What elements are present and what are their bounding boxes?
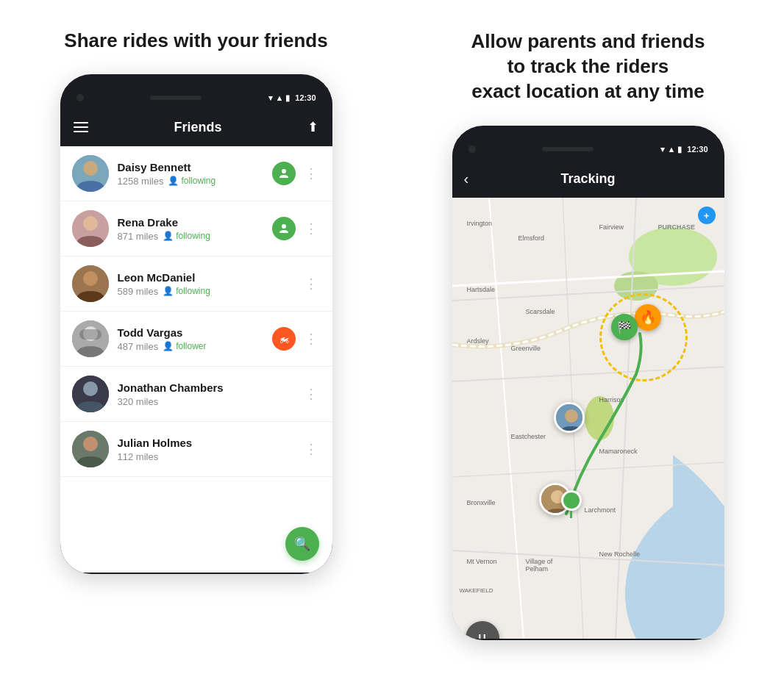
map-label-pelham: Village ofPelham — [526, 558, 553, 573]
signal-icon: ▲ — [275, 93, 283, 102]
friend-actions-rena: ⋮ — [272, 217, 321, 240]
avatar-leon — [72, 265, 109, 302]
friend-info-julian: Julian Holmes 112 miles — [118, 437, 302, 462]
following-icon-leon: 👤 following — [163, 286, 210, 296]
more-menu-julian[interactable]: ⋮ — [302, 438, 321, 460]
map-background — [452, 198, 724, 639]
map-label-hartsdale: Hartsdale — [467, 286, 496, 293]
status-badge-rena — [272, 217, 296, 240]
search-fab[interactable]: 🔍 — [285, 527, 319, 561]
more-menu-leon[interactable]: ⋮ — [302, 273, 321, 295]
friend-item-rena: Rena Drake 871 miles 👤 following ⋮ — [60, 201, 332, 256]
location-pin — [561, 490, 582, 518]
map-label-greenville: Greenville — [511, 345, 541, 352]
friend-name-leon: Leon McDaniel — [118, 271, 302, 284]
left-panel: Share rides with your friends ▾ ▲ ▮ 12:3… — [0, 0, 392, 696]
rider-badge-todd: 🏍 — [272, 327, 296, 351]
svg-point-28 — [565, 409, 578, 423]
phone-tracking: ▾ ▲ ▮ 12:30 ‹ Tracking — [452, 126, 724, 640]
status-time-2: 12:30 — [687, 145, 708, 154]
back-button[interactable]: ‹ — [464, 171, 469, 187]
front-camera-2 — [468, 146, 476, 153]
friend-actions-daisy: ⋮ — [272, 162, 321, 185]
following-icon-daisy: 👤 following — [168, 176, 215, 186]
friend-info-daisy: Daisy Bennett 1258 miles 👤 following — [118, 161, 272, 187]
phone-friends: ▾ ▲ ▮ 12:30 Friends ⬆ — [60, 74, 332, 574]
right-title: Allow parents and friendsto track the ri… — [471, 29, 705, 104]
page-container: Share rides with your friends ▾ ▲ ▮ 12:3… — [0, 0, 784, 696]
wifi-icon: ▾ — [268, 93, 273, 103]
map-label-harrison: Harrison — [599, 396, 624, 403]
map-label-eastchester: Eastchester — [511, 433, 546, 440]
friend-actions-jonathan: ⋮ — [302, 383, 321, 405]
right-panel: Allow parents and friendsto track the ri… — [392, 0, 784, 696]
svg-point-7 — [83, 271, 98, 286]
svg-point-12 — [83, 381, 98, 396]
map-label-fairview: Fairview — [599, 223, 624, 231]
tracking-screen-title: Tracking — [560, 171, 615, 187]
friends-screen: Friends ⬆ Daisy Bennett — [60, 108, 332, 573]
avatar-daisy — [72, 155, 109, 192]
friend-meta-daisy: 1258 miles 👤 following — [118, 176, 272, 187]
notch-bar-2: ▾ ▲ ▮ 12:30 — [452, 139, 724, 159]
svg-point-5 — [282, 224, 286, 229]
more-menu-rena[interactable]: ⋮ — [302, 218, 321, 240]
pin-tail — [570, 511, 572, 518]
friend-actions-julian: ⋮ — [302, 438, 321, 460]
status-icons-2: ▾ ▲ ▮ — [660, 145, 682, 154]
map-label-purchase: PURCHASE — [658, 223, 696, 231]
friend-meta-leon: 589 miles 👤 following — [118, 286, 302, 297]
wifi-icon-2: ▾ — [660, 145, 665, 154]
friend-miles-daisy: 1258 miles — [118, 176, 164, 187]
pin-circle — [561, 490, 582, 511]
map-label-bronxville: Bronxville — [467, 499, 496, 506]
info-button[interactable]: + — [698, 207, 716, 224]
status-badge-daisy — [272, 162, 296, 185]
friend-info-leon: Leon McDaniel 589 miles 👤 following — [118, 271, 302, 297]
friend-miles-leon: 589 miles — [118, 286, 159, 297]
friend-miles-rena: 871 miles — [118, 231, 159, 242]
friend-name-jonathan: Jonathan Chambers — [118, 381, 302, 394]
map-label-ardsley: Ardsley — [467, 337, 489, 345]
status-bar: ▾ ▲ ▮ 12:30 — [268, 93, 316, 103]
friend-meta-jonathan: 320 miles — [118, 396, 302, 407]
search-icon: 🔍 — [294, 536, 310, 552]
friend-info-rena: Rena Drake 871 miles 👤 following — [118, 216, 272, 242]
map-label-scarsdale: Scarsdale — [526, 308, 555, 315]
status-bar-2: ▾ ▲ ▮ 12:30 — [660, 145, 708, 154]
friend-name-rena: Rena Drake — [118, 216, 272, 229]
friend-miles-todd: 487 miles — [118, 341, 159, 352]
checkered-marker: 🏁 — [611, 314, 638, 340]
magnet-icon: U — [478, 632, 485, 639]
signal-icon-2: ▲ — [667, 145, 675, 154]
avatar-julian — [72, 431, 109, 467]
fire-marker: 🔥 — [635, 304, 661, 331]
friends-header: Friends ⬆ — [60, 108, 332, 146]
friend-actions-leon: ⋮ — [302, 273, 321, 295]
more-menu-jonathan[interactable]: ⋮ — [302, 383, 321, 405]
friend-item-daisy: Daisy Bennett 1258 miles 👤 following ⋮ — [60, 146, 332, 201]
share-icon[interactable]: ⬆ — [307, 119, 318, 135]
more-menu-todd[interactable]: ⋮ — [302, 328, 321, 350]
svg-point-4 — [83, 216, 98, 231]
more-menu-daisy[interactable]: ⋮ — [302, 162, 321, 184]
map-label-mtvernon: Mt Vernon — [467, 558, 497, 565]
rider-avatar — [554, 402, 585, 433]
friend-meta-rena: 871 miles 👤 following — [118, 231, 272, 242]
friends-screen-title: Friends — [174, 120, 221, 135]
tracking-screen: ‹ Tracking — [452, 159, 724, 639]
friend-miles-julian: 112 miles — [118, 451, 159, 462]
battery-icon: ▮ — [285, 93, 290, 103]
map-label-newrochelle: New Rochelle — [599, 550, 641, 558]
front-camera — [76, 94, 84, 101]
follower-icon-todd: 👤 follower — [163, 341, 206, 351]
friend-item-leon: Leon McDaniel 589 miles 👤 following ⋮ — [60, 256, 332, 312]
map-label-irvington: Irvington — [467, 220, 493, 227]
phone-speaker-2 — [542, 147, 594, 151]
following-icon-rena: 👤 following — [163, 231, 210, 241]
friend-item-julian: Julian Holmes 112 miles ⋮ — [60, 422, 332, 477]
friend-name-daisy: Daisy Bennett — [118, 161, 272, 173]
left-title: Share rides with your friends — [64, 29, 327, 52]
map-area: Irvington Elmsford Fairview PURCHASE Har… — [452, 198, 724, 639]
menu-icon[interactable] — [74, 122, 88, 132]
